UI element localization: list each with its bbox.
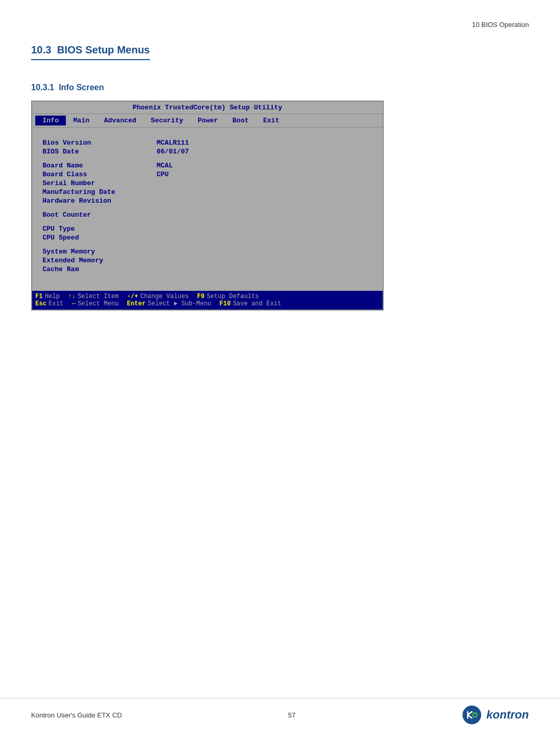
bios-field-extended-memory: Extended Memory [43, 257, 372, 264]
bios-field-manufacturing-date: Manufacturing Date [43, 188, 372, 196]
bios-menu-security[interactable]: Security [144, 116, 190, 125]
footer-left-text: Kontron User's Guide ETX CD [31, 711, 122, 719]
bios-field-bios-version: Bios Version MCALR111 [43, 139, 372, 147]
footer-f10: F10 Save and Exit [219, 300, 281, 307]
subsection-title: 10.3.1 Info Screen [31, 83, 104, 92]
section-title: 10.3 BIOS Setup Menus [31, 44, 150, 60]
kontron-logo-icon [461, 705, 482, 725]
bios-menu-exit[interactable]: Exit [256, 116, 287, 125]
bios-menu-power[interactable]: Power [190, 116, 225, 125]
bios-menu-bar[interactable]: Info Main Advanced Security Power Boot E… [32, 114, 383, 128]
page-footer: Kontron User's Guide ETX CD 57 kontron [0, 698, 560, 725]
bios-footer: F1 Help ↑↓ Select Item -/+ Change Values… [32, 291, 383, 309]
bios-menu-boot[interactable]: Boot [225, 116, 256, 125]
bios-field-boot-counter: Boot Counter [43, 211, 372, 219]
footer-logo: kontron [461, 705, 529, 725]
footer-f1: F1 Help [35, 293, 60, 300]
footer-arrows-lr: ↔ Select Menu [72, 300, 118, 307]
bios-field-cache-ram: Cache Ram [43, 265, 372, 273]
page-header-section: 10 BIOS Operation [31, 21, 529, 29]
bios-field-cpu-type: CPU Type [43, 225, 372, 233]
bios-field-bios-date: BIOS Date 06/01/07 [43, 148, 372, 156]
svg-point-0 [463, 706, 481, 724]
bios-field-hardware-revision: Hardware Revision [43, 197, 372, 205]
footer-f9: F9 Setup Defaults [197, 293, 259, 300]
bios-menu-advanced[interactable]: Advanced [96, 116, 143, 125]
footer-enter: Enter Select ► Sub-Menu [127, 300, 211, 307]
footer-page-number: 57 [288, 711, 295, 719]
footer-arrows-ud: ↑↓ Select Item [68, 293, 119, 300]
bios-field-board-class: Board Class CPU [43, 171, 372, 178]
bios-field-serial-number: Serial Number [43, 179, 372, 187]
bios-content: Bios Version MCALR111 BIOS Date 06/01/07… [32, 128, 383, 291]
bios-menu-info[interactable]: Info [35, 116, 66, 125]
bios-field-cpu-speed: CPU Speed [43, 234, 372, 242]
footer-esc: Esc Exit [35, 300, 63, 307]
bios-field-system-memory: System Memory [43, 248, 372, 256]
kontron-logo-text: kontron [486, 708, 529, 722]
bios-field-board-name: Board Name MCAL [43, 162, 372, 170]
bios-menu-main[interactable]: Main [66, 116, 96, 125]
bios-screen: Phoenix TrustedCore(tm) Setup Utility In… [31, 101, 384, 311]
footer-minus-plus: -/+ Change Values [127, 293, 189, 300]
bios-title-bar: Phoenix TrustedCore(tm) Setup Utility [32, 102, 383, 114]
